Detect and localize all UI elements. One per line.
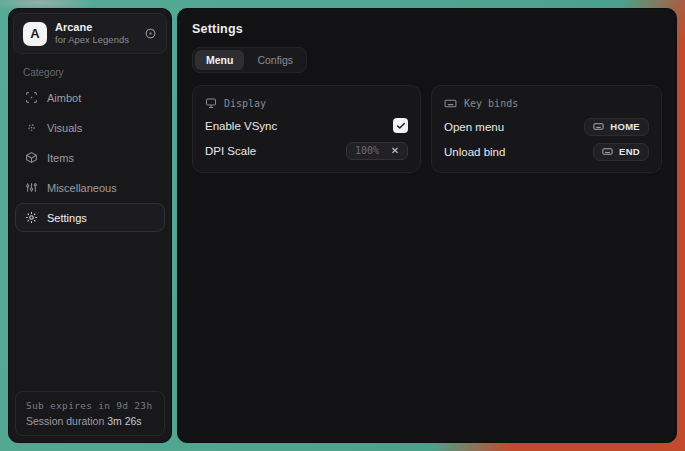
app-name: Arcane [55,21,129,34]
gear-icon [25,211,38,224]
session-duration-value: 3m 26s [107,415,141,427]
enable-vsync-label: Enable VSync [205,120,277,132]
keyboard-icon [593,121,604,132]
main-panel: Settings Menu Configs Display Enable VSy… [177,8,677,443]
tab-configs[interactable]: Configs [246,50,304,70]
keyboard-icon [602,146,613,157]
unload-bind-label: Unload bind [444,146,505,158]
unload-bind-key: END [619,146,640,157]
sidebar-item-label: Items [47,152,74,164]
display-card-title: Display [224,98,266,109]
sidebar-item-label: Miscellaneous [47,182,117,194]
sub-expires-text: Sub expires in 9d 23h [26,400,154,411]
sidebar-item-label: Settings [47,212,87,224]
sidebar-item-label: Aimbot [47,92,81,104]
session-duration-label: Session duration [26,415,104,427]
session-duration: Session duration 3m 26s [26,415,154,427]
tab-menu[interactable]: Menu [195,50,244,70]
dpi-scale-row: DPI Scale 100% ✕ [205,138,408,163]
dpi-scale-input[interactable]: 100% ✕ [346,142,408,160]
monitor-icon [205,97,217,109]
unload-bind-keybind-button[interactable]: END [593,143,649,161]
dpi-scale-value[interactable]: 100% [355,145,379,156]
app-header: A Arcane for Apex Legends [13,13,167,54]
unload-bind-row: Unload bind END [444,139,649,164]
cards-row: Display Enable VSync DPI Scale 100% ✕ [192,85,662,173]
open-menu-row: Open menu HOME [444,114,649,139]
sliders-icon [25,181,38,194]
tab-bar: Menu Configs [192,47,307,73]
sidebar: A Arcane for Apex Legends Category Aimbo… [8,8,172,443]
sidebar-item-label: Visuals [47,122,82,134]
app-logo: A [23,22,47,46]
app-subtitle: for Apex Legends [55,34,129,46]
crosshair-icon [25,91,38,104]
keyboard-icon [444,97,457,110]
vsync-checkbox[interactable] [393,118,408,133]
open-menu-label: Open menu [444,121,504,133]
package-icon [25,151,38,164]
sidebar-item-visuals[interactable]: Visuals [15,113,165,142]
keybinds-card-title: Key binds [464,98,518,109]
scan-eye-icon [25,121,38,134]
target-icon[interactable] [144,27,157,40]
clear-icon[interactable]: ✕ [391,146,399,156]
display-card-header: Display [205,95,408,113]
display-card: Display Enable VSync DPI Scale 100% ✕ [192,85,421,173]
keybinds-card-header: Key binds [444,95,649,114]
keybinds-card: Key binds Open menu HOME Unload bind [431,85,662,173]
sidebar-item-settings[interactable]: Settings [15,203,165,232]
sidebar-item-items[interactable]: Items [15,143,165,172]
open-menu-key: HOME [610,121,640,132]
category-label: Category [23,67,157,78]
sidebar-item-miscellaneous[interactable]: Miscellaneous [15,173,165,202]
dpi-scale-label: DPI Scale [205,145,256,157]
enable-vsync-row: Enable VSync [205,113,408,138]
open-menu-keybind-button[interactable]: HOME [584,118,649,136]
sidebar-item-aimbot[interactable]: Aimbot [15,83,165,112]
page-title: Settings [192,22,662,36]
subscription-panel: Sub expires in 9d 23h Session duration 3… [15,391,165,436]
